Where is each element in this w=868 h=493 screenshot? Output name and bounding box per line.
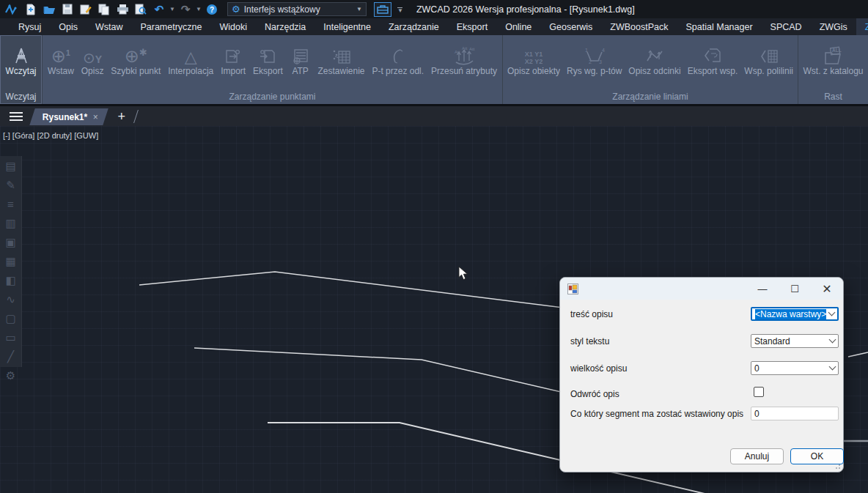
dialog-field-row: styl tekstuStandard: [560, 334, 843, 349]
dialog-window-buttons: —☐✕: [746, 278, 843, 300]
drawing-polyline-1[interactable]: [139, 272, 586, 311]
annotation-dialog: —☐✕ treść opisu<Nazwa warstwy>styl tekst…: [559, 277, 844, 472]
combo-styl-tekstu[interactable]: Standard: [751, 334, 839, 348]
combo-value: <Nazwa warstwy>: [755, 309, 826, 319]
minimize-button[interactable]: —: [746, 278, 779, 300]
side-toolbar: ▤✎≡▥▣▦◧∿▢▭╱⚙: [0, 156, 22, 367]
field-label-treść-opisu: treść opisu: [570, 309, 613, 319]
chevron-down-icon: [829, 363, 836, 371]
field-label-co-który-segment-ma-zostać-wstawiony-opis: Co który segment ma zostać wstawiony opi…: [570, 409, 743, 419]
chevron-down-icon: [828, 309, 836, 316]
drawing-polyline-2[interactable]: [194, 348, 586, 398]
ok-button[interactable]: OK: [790, 448, 844, 464]
dialog-field-row: Co który segment ma zostać wstawiony opi…: [560, 407, 843, 421]
solid-fill-icon[interactable]: ▦: [4, 255, 17, 267]
application-window: ↶▼↷▼? ⚙ Interfejs wstążkowy ▼ ▼ ZWCAD 20…: [0, 0, 868, 493]
checkbox-odwróć-opis[interactable]: [754, 387, 764, 397]
slope-ruler-icon[interactable]: ╱: [4, 350, 17, 363]
dialog-field-row: Odwróć opis: [560, 387, 843, 401]
pgp-tool-icon[interactable]: ▭: [4, 331, 17, 344]
dialog-field-row: treść opisu<Nazwa warstwy>: [560, 307, 843, 322]
field-label-styl-tekstu: styl tekstu: [570, 336, 609, 346]
combo-value: Standard: [754, 336, 827, 346]
copy-objects-icon[interactable]: ▢: [4, 312, 17, 325]
dialog-field-row: wielkość opisu0: [560, 361, 843, 376]
winforms-app-icon: [567, 283, 578, 294]
layer-tools-icon[interactable]: ▤: [4, 160, 17, 172]
field-label-wielkość-opisu: wielkość opisu: [570, 363, 627, 374]
mouse-cursor: [458, 266, 468, 281]
input-co-który-segment-ma-zostać-wstawiony-opis[interactable]: [751, 407, 839, 420]
section-beam-icon[interactable]: ▥: [4, 217, 17, 229]
field-label-odwróć-opis: Odwróć opis: [570, 389, 619, 399]
anuluj-button[interactable]: Anuluj: [730, 448, 784, 464]
settings-gear-icon[interactable]: ⚙: [4, 369, 17, 382]
combo-wielkość-opisu[interactable]: 0: [751, 361, 839, 375]
close-button[interactable]: ✕: [811, 278, 843, 300]
combo-treść-opisu[interactable]: <Nazwa warstwy>: [751, 307, 839, 321]
object-select-icon[interactable]: ▣: [4, 236, 17, 248]
chevron-down-icon: [829, 336, 836, 344]
combo-value: 0: [754, 363, 827, 374]
polyline-tool-icon[interactable]: ∿: [4, 293, 17, 305]
hatch-view-icon[interactable]: ◧: [4, 274, 17, 286]
drawing-polyline-3[interactable]: [848, 352, 868, 357]
edit-annotation-icon[interactable]: ✎: [4, 179, 17, 191]
numbered-list-icon[interactable]: ≡: [4, 198, 17, 210]
dialog-titlebar[interactable]: —☐✕: [560, 278, 843, 300]
maximize-button[interactable]: ☐: [779, 278, 811, 300]
